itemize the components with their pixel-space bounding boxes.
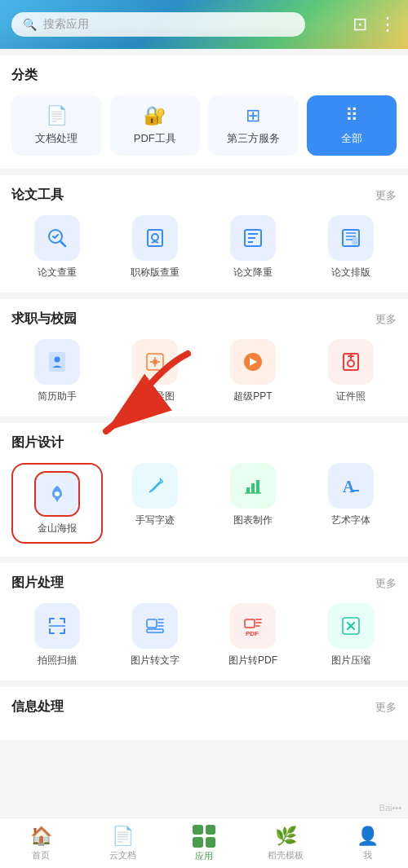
super-ppt-label: 超级PPT [233,390,272,403]
top-banner: 🔍 搜索应用 ⊡ ⋮ [0,0,408,49]
paper-tools-grid: 论文查重 职称版查重 论文降重 论文排版 [11,215,397,280]
app-img-to-pdf[interactable]: PDF 图片转PDF [207,603,299,668]
info-process-title: 信息处理 [11,698,64,716]
app-mind-map[interactable]: 思维导图 [109,339,201,403]
scan-label: 拍照扫描 [38,654,77,668]
handwriting-label: 手写字迹 [135,513,175,527]
scan-icon[interactable]: ⊡ [353,14,367,35]
app-img-compress[interactable]: 图片压缩 [305,603,397,668]
title-check-icon [132,215,178,261]
apps-dot-3 [193,837,203,848]
app-super-ppt[interactable]: 超级PPT [207,339,299,403]
svg-rect-32 [147,619,157,628]
paper-tools-header: 论文工具 更多 [11,187,397,204]
nav-apps[interactable]: 应用 [163,825,245,862]
nav-rice-template[interactable]: 🌿 稻壳模板 [245,826,326,861]
app-resume[interactable]: 简历助手 [11,339,103,403]
home-label: 首页 [32,849,50,861]
category-third[interactable]: ⊞ 第三方服务 [208,95,299,156]
app-img-to-text[interactable]: 图片转文字 [109,603,201,668]
svg-rect-25 [246,487,250,493]
category-doc[interactable]: 📄 文档处理 [11,95,102,156]
paper-reduce-icon [230,215,276,261]
svg-rect-1 [148,230,162,246]
career-header: 求职与校园 更多 [11,311,397,328]
image-process-section: 图片处理 更多 拍照扫描 图片转文字 PDF 图片转PDF [0,563,408,681]
third-icon: ⊞ [246,105,260,126]
app-paper-layout[interactable]: 论文排版 [305,215,397,280]
career-title: 求职与校园 [11,311,77,328]
svg-rect-34 [245,619,255,628]
career-section: 求职与校园 更多 简历助手 思维导图 超级PPT [0,299,408,416]
top-icons: ⊡ ⋮ [353,14,397,35]
svg-rect-33 [147,629,163,632]
category-all[interactable]: ⠿ 全部 [307,95,397,156]
pdf-label: PDF工具 [134,131,176,146]
more-icon[interactable]: ⋮ [379,14,397,35]
me-icon: 👤 [357,826,379,847]
career-more[interactable]: 更多 [375,312,397,327]
category-pdf[interactable]: 🔐 PDF工具 [110,95,201,156]
svg-rect-26 [251,483,255,493]
doc-icon: 📄 [46,105,68,126]
watermark: Bai••• [379,803,401,813]
pdf-icon: 🔐 [144,105,166,126]
cloud-doc-icon: 📄 [112,826,134,847]
id-photo-icon [328,339,374,385]
app-art-font[interactable]: A 艺术字体 [305,463,397,544]
image-design-section: 图片设计 金山海报 手写字迹 图表制作 [0,423,408,557]
apps-dot-1 [193,825,203,835]
img-to-text-icon [132,603,178,649]
nav-home[interactable]: 🏠 首页 [0,826,82,861]
img-to-text-label: 图片转文字 [131,654,180,668]
resume-icon [34,339,80,385]
all-icon: ⠿ [345,105,358,126]
app-handwriting[interactable]: 手写字迹 [109,463,201,544]
app-title-check[interactable]: 职称版查重 [109,215,201,280]
info-process-more[interactable]: 更多 [375,700,397,715]
apps-dot-4 [206,837,216,848]
jinshan-poster-icon [34,471,80,517]
app-jinshan-poster[interactable]: 金山海报 [11,463,103,544]
search-icon: 🔍 [23,18,37,31]
paper-layout-icon [328,215,374,261]
img-to-pdf-icon: PDF [230,603,276,649]
third-label: 第三方服务 [227,131,280,146]
app-id-photo[interactable]: 证件照 [305,339,397,403]
apps-grid-icon [193,825,215,848]
svg-point-13 [55,357,60,363]
scan-icon [34,603,80,649]
img-compress-label: 图片压缩 [331,654,370,668]
doc-label: 文档处理 [35,131,78,146]
title-check-label: 职称版查重 [131,266,180,280]
app-scan[interactable]: 拍照扫描 [11,603,103,668]
chart-make-icon [230,463,276,509]
app-paper-check[interactable]: 论文查重 [11,215,103,280]
paper-layout-label: 论文排版 [331,266,370,280]
apps-dot-2 [206,825,216,835]
paper-reduce-label: 论文降重 [233,266,273,280]
image-design-grid: 金山海报 手写字迹 图表制作 A 艺术字体 [11,463,397,544]
app-paper-reduce[interactable]: 论文降重 [207,215,299,280]
rice-template-icon: 🌿 [275,826,297,847]
mind-map-label: 思维导图 [135,390,175,403]
nav-me[interactable]: 👤 我 [326,826,408,861]
art-font-label: 艺术字体 [331,513,370,527]
jinshan-poster-label: 金山海报 [38,522,77,535]
chart-make-label: 图表制作 [233,513,273,527]
img-to-pdf-label: 图片转PDF [228,654,277,668]
categories-header: 分类 [11,67,397,84]
art-font-icon: A [328,463,374,509]
id-photo-label: 证件照 [336,390,366,403]
paper-tools-more[interactable]: 更多 [375,188,397,203]
img-compress-icon [328,603,374,649]
nav-cloud-doc[interactable]: 📄 云文档 [82,826,163,861]
svg-text:A: A [343,478,355,496]
me-label: 我 [363,849,372,861]
image-process-more[interactable]: 更多 [375,576,397,591]
search-bar[interactable]: 🔍 搜索应用 [11,12,305,37]
bottom-nav: 🏠 首页 📄 云文档 应用 🌿 稻壳模板 👤 我 [0,817,408,868]
svg-point-2 [152,234,158,240]
image-process-header: 图片处理 更多 [11,575,397,592]
app-chart-make[interactable]: 图表制作 [207,463,299,544]
